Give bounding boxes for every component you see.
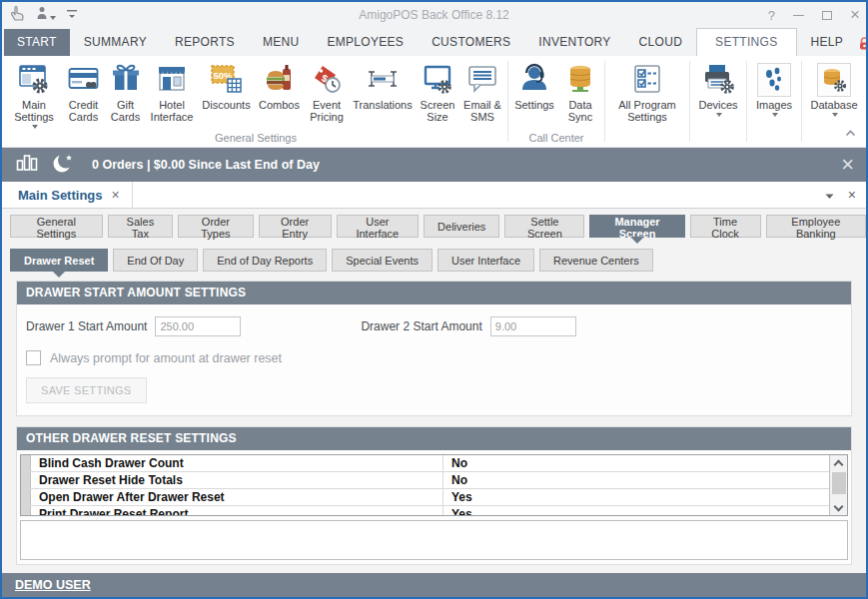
logged-in-user[interactable]: DEMO USER xyxy=(15,578,91,592)
tab-deliveries[interactable]: Deliveries xyxy=(424,215,499,238)
database-icon xyxy=(817,63,851,97)
close-button[interactable]: × xyxy=(850,8,860,22)
tab-user-interface[interactable]: User Interface xyxy=(337,215,420,238)
ribbon-group-all-program-settings: All Program Settings xyxy=(607,59,687,146)
table-row[interactable]: Open Drawer After Drawer Reset Yes xyxy=(21,489,847,506)
ribbon-button-combos[interactable]: Combos xyxy=(255,59,304,111)
all-program-settings-icon xyxy=(631,61,663,97)
table-row[interactable]: Print Drawer Reset Report Yes xyxy=(21,506,847,516)
end-of-day-moon-icon[interactable] xyxy=(52,152,76,178)
user-pin-icon[interactable] xyxy=(36,6,56,25)
setting-value[interactable]: Yes xyxy=(442,489,847,505)
ribbon-button-credit-cards[interactable]: Credit Cards xyxy=(62,59,105,123)
ribbon-button-images[interactable]: Images xyxy=(749,59,799,118)
quick-access-toolbar xyxy=(8,5,78,25)
ribbon-group-label: Call Center xyxy=(510,131,602,146)
ribbon-button-gift-cards[interactable]: Gift Cards xyxy=(105,59,146,123)
document-tab-main-settings[interactable]: Main Settings × xyxy=(2,182,133,208)
ribbon-tab-settings[interactable]: SETTINGS xyxy=(696,28,796,57)
ribbon-button-main-settings[interactable]: Main Settings xyxy=(6,59,62,130)
ribbon-tab-inventory[interactable]: INVENTORY xyxy=(524,29,624,56)
ribbon-button-callcenter-settings[interactable]: Settings xyxy=(510,59,558,111)
ribbon-button-label: Gift Cards xyxy=(107,99,144,123)
ribbon-button-data-sync[interactable]: Data Sync xyxy=(558,59,602,123)
ribbon-button-hotel-interface[interactable]: Hotel Interface xyxy=(146,59,198,123)
ribbon-button-label: Settings xyxy=(514,99,554,111)
touch-mode-icon[interactable] xyxy=(8,5,26,25)
ribbon-button-devices[interactable]: Devices xyxy=(692,59,744,118)
drawer2-start-amount-input[interactable] xyxy=(490,316,576,336)
setting-value[interactable]: No xyxy=(442,455,847,471)
maximize-button[interactable] xyxy=(822,11,832,20)
table-scrollbar[interactable] xyxy=(829,455,847,515)
tab-order-types[interactable]: Order Types xyxy=(178,215,254,238)
ribbon-group-separator xyxy=(507,61,508,142)
tab-sales-tax[interactable]: Sales Tax xyxy=(108,215,173,238)
tab-revenue-centers[interactable]: Revenue Centers xyxy=(539,249,653,272)
scroll-up-icon[interactable] xyxy=(830,455,847,469)
tab-special-events[interactable]: Special Events xyxy=(332,249,433,272)
tab-strip-close-icon[interactable]: × xyxy=(848,187,856,203)
orders-bar-icons xyxy=(16,152,76,178)
ribbon-button-label: Data Sync xyxy=(560,99,600,123)
ribbon-tab-help[interactable]: HELP xyxy=(797,29,858,56)
window-controls: ? × xyxy=(768,8,860,23)
drawer1-start-amount-input[interactable] xyxy=(155,316,241,336)
settings-tab-row-2: Drawer Reset End Of Day End of Day Repor… xyxy=(10,249,866,272)
table-row[interactable]: Drawer Reset Hide Totals No xyxy=(21,472,847,489)
lock-icon[interactable] xyxy=(857,36,868,51)
ribbon-tab-start[interactable]: START xyxy=(4,29,70,56)
table-row[interactable]: Blind Cash Drawer Count No xyxy=(21,455,847,472)
hotel-interface-icon xyxy=(156,61,188,97)
ribbon-button-translations[interactable]: Translations xyxy=(350,59,416,111)
ribbon-button-discounts[interactable]: 50% Discounts xyxy=(198,59,255,111)
tab-drawer-reset[interactable]: Drawer Reset xyxy=(10,249,108,272)
scrollbar-thumb[interactable] xyxy=(832,472,846,494)
ribbon-tab-reports[interactable]: REPORTS xyxy=(161,29,249,56)
ribbon-button-email-sms[interactable]: Email & SMS xyxy=(459,59,505,123)
ribbon-button-label: Devices xyxy=(698,99,737,111)
tab-time-clock[interactable]: Time Clock xyxy=(690,215,761,238)
ribbon-tab-summary[interactable]: SUMMARY xyxy=(70,29,161,56)
document-tab-close-icon[interactable]: × xyxy=(112,187,120,203)
setting-value[interactable]: Yes xyxy=(442,506,847,516)
tab-general-settings[interactable]: General Settings xyxy=(10,215,103,238)
scroll-down-icon[interactable] xyxy=(830,501,847,515)
ribbon-button-screen-size[interactable]: Screen Size xyxy=(416,59,459,123)
tab-order-entry[interactable]: Order Entry xyxy=(259,215,332,238)
tab-user-interface-2[interactable]: User Interface xyxy=(437,249,534,272)
ribbon-tab-customers[interactable]: CUSTOMERS xyxy=(418,29,524,56)
ribbon-button-label: Database xyxy=(810,99,857,111)
discounts-icon: 50% xyxy=(210,61,244,97)
ribbon-button-all-program-settings[interactable]: All Program Settings xyxy=(607,59,687,123)
ribbon-group-general-settings: Main Settings Credit Cards Gift Cards Ho… xyxy=(6,59,505,146)
tab-list-caret-icon[interactable] xyxy=(825,186,834,204)
ribbon-button-label: Email & SMS xyxy=(461,99,503,123)
save-settings-button[interactable]: SAVE SETTINGS xyxy=(26,377,147,403)
setting-value[interactable]: No xyxy=(442,472,847,488)
tab-settle-screen[interactable]: Settle Screen xyxy=(504,215,584,238)
tab-end-of-day[interactable]: End Of Day xyxy=(113,249,198,272)
event-pricing-icon: $ xyxy=(311,61,343,97)
tab-employee-banking[interactable]: Employee Banking xyxy=(766,215,866,238)
customize-qat-icon[interactable] xyxy=(66,6,78,24)
ribbon-button-event-pricing[interactable]: $ Event Pricing xyxy=(304,59,350,123)
minimize-button[interactable] xyxy=(793,15,804,16)
ribbon-button-database[interactable]: Database xyxy=(804,59,864,118)
drawer-start-amount-panel: DRAWER START AMOUNT SETTINGS Drawer 1 St… xyxy=(16,281,852,416)
ribbon-button-label: Hotel Interface xyxy=(148,99,196,123)
ribbon-tab-employees[interactable]: EMPLOYEES xyxy=(313,29,418,56)
help-button[interactable]: ? xyxy=(768,8,775,23)
collapse-ribbon-icon[interactable] xyxy=(845,123,856,141)
bar-chart-icon[interactable] xyxy=(16,153,38,177)
ribbon: Main Settings Credit Cards Gift Cards Ho… xyxy=(2,56,866,148)
prompt-checkbox[interactable] xyxy=(26,350,41,365)
tab-end-of-day-reports[interactable]: End of Day Reports xyxy=(203,249,327,272)
translations-icon xyxy=(366,61,400,97)
drawer-start-amount-header: DRAWER START AMOUNT SETTINGS xyxy=(17,282,851,304)
ribbon-tab-menu[interactable]: MENU xyxy=(249,29,314,56)
row-indicator xyxy=(21,489,31,505)
tab-manager-screen[interactable]: Manager Screen xyxy=(589,215,684,238)
ribbon-tab-cloud[interactable]: CLOUD xyxy=(625,29,697,56)
orders-bar-close-icon[interactable]: × xyxy=(841,155,854,175)
